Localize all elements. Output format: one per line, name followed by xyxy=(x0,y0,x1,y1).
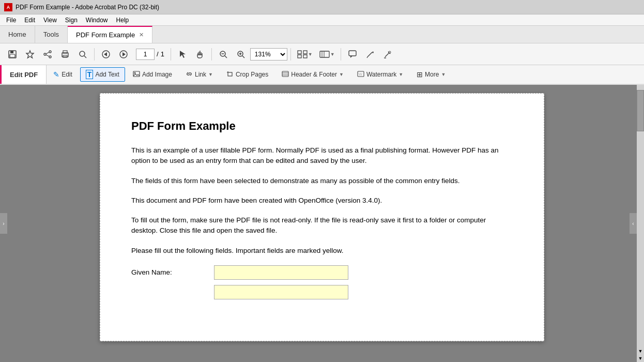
crop-icon xyxy=(226,70,234,79)
svg-line-37 xyxy=(367,57,367,58)
svg-line-38 xyxy=(385,53,389,57)
edit-tool-crop-button[interactable]: Crop Pages xyxy=(221,67,274,82)
prev-page-button[interactable] xyxy=(98,46,114,63)
pdf-paragraph-3: This document and PDF form have been cre… xyxy=(131,195,513,206)
scroll-down-button[interactable]: ▼ xyxy=(637,348,644,355)
edit-tool-headerfooter-button[interactable]: Header & Footer ▼ xyxy=(276,67,349,82)
svg-rect-2 xyxy=(10,54,15,57)
sep1 xyxy=(94,48,95,61)
addtext-icon: T xyxy=(86,70,94,79)
edit-tool-addimage-label: Add Image xyxy=(142,71,172,78)
edit-tool-edit-label: Edit xyxy=(62,71,72,78)
scan-arrow: ▼ xyxy=(330,52,335,57)
svg-marker-36 xyxy=(372,51,374,53)
tab-home[interactable]: Home xyxy=(0,26,35,43)
watermark-icon: W xyxy=(357,70,364,79)
pdf-view-area[interactable]: PDF Form Example This is an example of a… xyxy=(7,85,637,362)
svg-rect-27 xyxy=(303,51,307,54)
headerfooter-dropdown-arrow: ▼ xyxy=(339,72,344,77)
tab-pdf-form[interactable]: PDF Form Example ✕ xyxy=(68,26,152,43)
zoom-in-button[interactable] xyxy=(233,46,249,63)
pdf-paragraph-1: This is an example of a user fillable PD… xyxy=(131,145,513,167)
svg-point-43 xyxy=(134,72,135,74)
star-icon xyxy=(25,50,35,59)
edit-tool-addtext-label: Add Text xyxy=(95,71,119,78)
headerfooter-icon xyxy=(282,70,289,79)
tab-close-icon[interactable]: ✕ xyxy=(139,32,144,38)
comment-icon xyxy=(348,50,357,59)
left-panel-toggle[interactable]: › xyxy=(0,213,7,234)
sep5 xyxy=(341,48,341,61)
tab-pdf-form-label: PDF Form Example xyxy=(76,31,135,39)
given-name-row: Given Name: xyxy=(131,265,513,280)
tab-bar: Home Tools PDF Form Example ✕ xyxy=(0,26,644,43)
svg-rect-47 xyxy=(282,71,288,77)
main-area: › PDF Form Example This is an example of… xyxy=(0,85,644,362)
svg-point-12 xyxy=(80,51,85,56)
svg-point-4 xyxy=(44,53,46,55)
page-total: 1 xyxy=(161,50,164,58)
fit-page-icon xyxy=(297,50,308,59)
svg-rect-33 xyxy=(349,51,356,56)
scan-button[interactable]: ▼ xyxy=(316,46,338,63)
zoom-out-icon xyxy=(219,50,228,59)
edit-tool-watermark-button[interactable]: W Watermark ▼ xyxy=(351,67,409,82)
scroll-bottom-button[interactable]: ▼ xyxy=(637,355,644,362)
edit-tool-edit-button[interactable]: ✎ Edit xyxy=(48,67,78,82)
fit-page-button[interactable]: ▼ xyxy=(294,46,315,63)
pdf-paragraph-2: The fields of this form have been select… xyxy=(131,176,513,186)
draw-icon xyxy=(365,50,375,59)
more-icon: ⊞ xyxy=(417,70,423,79)
sep2 xyxy=(171,48,171,61)
edit-tool-more-label: More xyxy=(425,71,439,78)
edit-tool-addimage-button[interactable]: Add Image xyxy=(127,67,178,82)
given-name-input[interactable] xyxy=(214,265,348,280)
zoom-out-button[interactable] xyxy=(215,46,232,63)
search-icon xyxy=(78,50,87,59)
sep3 xyxy=(211,48,212,61)
edit-tool-edit-icon: ✎ xyxy=(53,70,59,79)
bookmark-button[interactable] xyxy=(22,46,38,63)
page-separator: / xyxy=(157,50,159,58)
link-dropdown-arrow: ▼ xyxy=(208,72,213,77)
window-title: PDF Form Example - Adobe Acrobat Pro DC … xyxy=(16,4,159,11)
next-page-button[interactable] xyxy=(115,46,132,63)
menu-window[interactable]: Window xyxy=(82,16,112,25)
menu-sign[interactable]: Sign xyxy=(61,16,82,25)
zoom-in-icon xyxy=(236,50,246,59)
svg-rect-29 xyxy=(303,55,307,58)
print-button[interactable] xyxy=(57,46,73,63)
svg-marker-15 xyxy=(104,52,107,56)
draw-button[interactable] xyxy=(362,46,378,63)
menu-file[interactable]: File xyxy=(2,16,20,25)
menu-view[interactable]: View xyxy=(39,16,61,25)
menu-help[interactable]: Help xyxy=(112,16,133,25)
edit-tool-link-label: Link xyxy=(195,71,206,78)
select-tool-button[interactable] xyxy=(174,46,191,63)
find-button[interactable] xyxy=(74,46,91,63)
tab-tools[interactable]: Tools xyxy=(35,26,68,43)
vertical-scrollbar[interactable]: ▼ ▼ xyxy=(637,85,644,362)
edit-pdf-label: Edit PDF xyxy=(0,65,47,84)
edit-tool-more-button[interactable]: ⊞ More ▼ xyxy=(411,67,451,82)
watermark-dropdown-arrow: ▼ xyxy=(398,72,403,77)
right-panel-toggle[interactable]: ‹ xyxy=(630,213,637,234)
edit-text-button[interactable] xyxy=(379,46,396,63)
page-number-input[interactable] xyxy=(136,49,155,60)
zoom-level-select[interactable]: 131% 100% 75% 50% 200% xyxy=(250,48,287,61)
svg-marker-17 xyxy=(122,52,126,56)
main-toolbar: / 1 131% 100% 75% 50% 200% ▼ ▼ xyxy=(0,43,644,65)
edit-tool-link-button[interactable]: Link ▼ xyxy=(180,67,219,82)
upload-button[interactable] xyxy=(39,46,56,63)
svg-rect-44 xyxy=(228,72,232,76)
scrollbar-thumb[interactable] xyxy=(637,90,644,131)
comment-button[interactable] xyxy=(344,46,361,63)
second-field-input[interactable] xyxy=(214,285,348,299)
hand-tool-button[interactable] xyxy=(192,46,208,63)
edit-tool-addtext-button[interactable]: T Add Text xyxy=(80,67,125,82)
second-field-row xyxy=(131,285,513,299)
menu-edit[interactable]: Edit xyxy=(20,16,39,25)
app-icon: A xyxy=(4,3,12,11)
svg-rect-26 xyxy=(298,51,301,54)
save-button[interactable] xyxy=(4,46,21,63)
